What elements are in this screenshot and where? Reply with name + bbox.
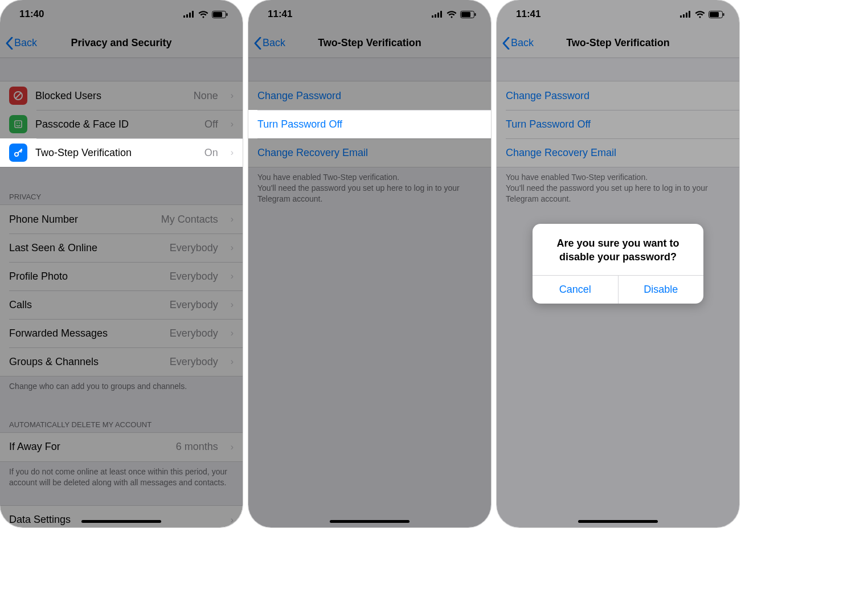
svg-rect-5 (213, 12, 222, 17)
svg-rect-6 (227, 13, 228, 16)
row-label: Blocked Users (35, 90, 186, 102)
row-value: None (194, 90, 218, 102)
cellular-signal-icon (432, 11, 443, 18)
row-label: Forwarded Messages (9, 328, 162, 339)
row-label: Calls (9, 299, 162, 311)
svg-rect-14 (435, 14, 436, 18)
section-footer-privacy: Change who can add you to groups and cha… (0, 376, 243, 395)
row-value: 6 months (176, 441, 218, 453)
row-value: Everybody (170, 356, 218, 368)
row-label: If Away For (9, 441, 168, 453)
row-label: Groups & Channels (9, 356, 162, 368)
svg-rect-3 (192, 11, 194, 18)
blocked-icon (9, 87, 27, 105)
svg-point-10 (17, 122, 18, 124)
chevron-right-icon: › (231, 91, 234, 101)
status-bar: 11:40 (0, 0, 243, 28)
alert-title: Are you sure you want to disable your pa… (533, 224, 703, 276)
chevron-right-icon: › (231, 271, 234, 281)
row-data-settings[interactable]: Data Settings › (0, 506, 243, 527)
page-title: Two-Step Verification (318, 37, 421, 49)
screen-two-step-verification-alert: 11:41 Back Two-Step Verification Change … (497, 0, 739, 527)
row-label: Profile Photo (9, 271, 162, 283)
svg-line-8 (15, 93, 21, 99)
row-label: Change Password (257, 90, 482, 102)
section-footer: You have enabled Two-Step verification. … (248, 167, 491, 208)
back-button[interactable]: Back (254, 37, 285, 50)
row-change-password[interactable]: Change Password (248, 81, 491, 110)
svg-rect-18 (461, 12, 470, 17)
row-profile-photo[interactable]: Profile Photo Everybody › (0, 262, 243, 290)
section-footer-auto-delete: If you do not come online at least once … (0, 462, 243, 492)
row-change-recovery-email[interactable]: Change Recovery Email (248, 138, 491, 167)
chevron-right-icon: › (231, 148, 234, 158)
chevron-right-icon: › (231, 515, 234, 525)
disable-button[interactable]: Disable (618, 276, 704, 304)
section-header-auto-delete: Automatically Delete My Account (0, 416, 243, 432)
svg-rect-13 (432, 15, 433, 18)
chevron-right-icon: › (231, 357, 234, 367)
home-indicator[interactable] (81, 520, 161, 523)
row-last-seen[interactable]: Last Seen & Online Everybody › (0, 234, 243, 262)
row-value: Everybody (170, 328, 218, 339)
row-label: Phone Number (9, 214, 153, 226)
row-label: Change Recovery Email (257, 147, 482, 159)
page-title: Privacy and Security (71, 37, 171, 49)
nav-bar: Back Two-Step Verification (248, 28, 491, 58)
row-value: On (204, 147, 218, 159)
status-bar: 11:41 (248, 0, 491, 28)
svg-rect-19 (475, 13, 476, 16)
back-button[interactable]: Back (6, 37, 37, 50)
svg-rect-1 (186, 14, 188, 18)
row-value: Everybody (170, 299, 218, 311)
home-indicator[interactable] (330, 520, 410, 523)
wifi-icon (447, 11, 457, 18)
scroll-content[interactable]: Blocked Users None › Passcode & Face ID … (0, 58, 243, 527)
row-label: Turn Password Off (257, 118, 482, 130)
chevron-left-icon (6, 37, 13, 50)
svg-rect-16 (440, 11, 442, 18)
svg-rect-15 (437, 13, 439, 18)
wifi-icon (198, 11, 208, 18)
chevron-left-icon (254, 37, 261, 50)
chevron-right-icon: › (231, 328, 234, 338)
alert-backdrop: Are you sure you want to disable your pa… (497, 0, 739, 527)
chevron-right-icon: › (231, 243, 234, 253)
key-icon (9, 144, 27, 162)
row-value: My Contacts (161, 214, 218, 226)
scroll-content[interactable]: Change Password Turn Password Off Change… (248, 58, 491, 527)
row-forwarded-messages[interactable]: Forwarded Messages Everybody › (0, 319, 243, 347)
status-time: 11:41 (268, 9, 292, 20)
svg-point-11 (19, 122, 20, 124)
svg-rect-9 (15, 121, 22, 128)
row-if-away-for[interactable]: If Away For 6 months › (0, 433, 243, 461)
row-calls[interactable]: Calls Everybody › (0, 290, 243, 319)
row-passcode-faceid[interactable]: Passcode & Face ID Off › (0, 110, 243, 138)
back-label: Back (14, 37, 37, 49)
status-indicators (432, 11, 476, 18)
chevron-right-icon: › (231, 214, 234, 224)
chevron-right-icon: › (231, 442, 234, 452)
svg-rect-2 (189, 13, 191, 18)
chevron-right-icon: › (231, 119, 234, 129)
status-time: 11:40 (19, 9, 44, 20)
back-label: Back (263, 37, 285, 49)
row-phone-number[interactable]: Phone Number My Contacts › (0, 205, 243, 234)
row-value: Everybody (170, 242, 218, 254)
row-groups-channels[interactable]: Groups & Channels Everybody › (0, 347, 243, 376)
confirm-disable-alert: Are you sure you want to disable your pa… (533, 224, 703, 304)
battery-icon (212, 11, 228, 18)
status-indicators (183, 11, 228, 18)
row-blocked-users[interactable]: Blocked Users None › (0, 81, 243, 110)
row-label: Two-Step Verification (35, 147, 196, 159)
section-header-privacy: Privacy (0, 188, 243, 204)
cellular-signal-icon (183, 11, 195, 18)
svg-rect-0 (183, 15, 185, 18)
screen-two-step-verification: 11:41 Back Two-Step Verification Change … (248, 0, 491, 527)
row-turn-password-off[interactable]: Turn Password Off (248, 110, 491, 138)
screen-privacy-and-security: 11:40 Back Privacy and Security Blocked … (0, 0, 243, 527)
row-label: Passcode & Face ID (35, 118, 196, 130)
cancel-button[interactable]: Cancel (533, 276, 618, 304)
row-two-step-verification[interactable]: Two-Step Verification On › (0, 138, 243, 167)
row-value: Off (204, 118, 218, 130)
